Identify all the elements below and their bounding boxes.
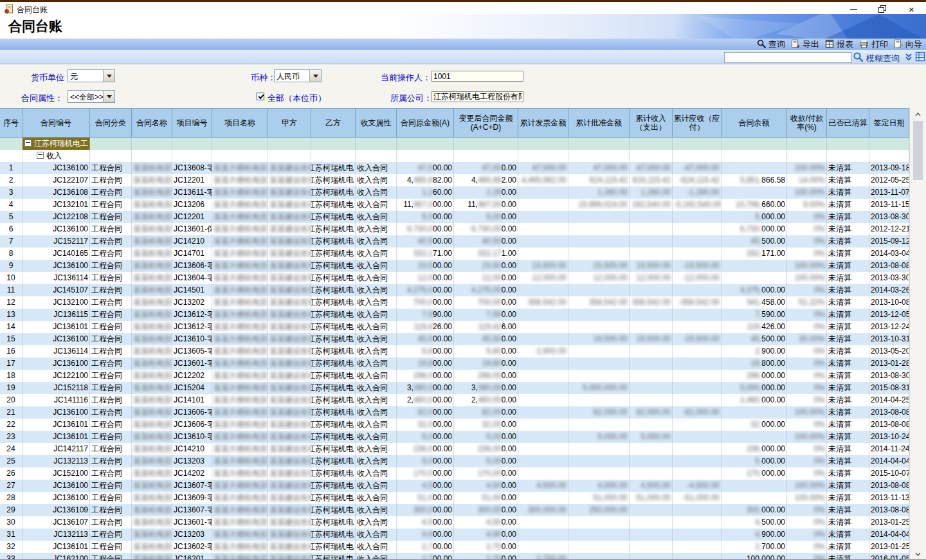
table-row[interactable]: 17JC136100工程合同某某机电安装工余JC13601-零某某大楼机电安装工… (0, 357, 909, 370)
export-button[interactable]: 导出 (791, 39, 819, 50)
table-cell: 未清算 (827, 467, 869, 480)
table-row[interactable]: 22JC136101工程合同某某机电安装工抱JC13606-零某某大楼机电安装工… (0, 419, 909, 431)
collapse-icon[interactable] (37, 152, 44, 159)
column-header[interactable]: 变更后合同金额(A+C+D) (454, 109, 518, 138)
dropdown-arrow-icon[interactable] (309, 70, 321, 82)
table-row[interactable]: 7JC152117工程合同某某机电安装工规JC14210某某大楼机电安装工程（某… (0, 235, 909, 248)
column-header[interactable]: 甲方 (268, 109, 311, 138)
table-row[interactable]: 19JC152118工程合同某某机电安装工发JC15204某某大楼机电安装工程（… (0, 382, 909, 394)
column-header[interactable]: 乙方 (311, 109, 356, 138)
table-cell: 19,500.00 (568, 333, 630, 345)
double-chevron-down-icon[interactable] (904, 52, 913, 62)
table-row[interactable]: 11JC145107工程合同某某机电安装工厂JC14501某某大楼机电安装工程（… (0, 284, 909, 296)
fuzzy-search-icon[interactable] (853, 51, 864, 62)
table-row[interactable]: 26JC152100工程合同某某机电安装工区JC14202某某大楼机电安装工程（… (0, 467, 909, 480)
table-row[interactable]: 4JC132101工程合同某某机电安装工房JC13206某某大楼机电安装工程（某… (0, 199, 909, 211)
column-header[interactable]: 合同原金额(A) (397, 109, 454, 138)
table-row[interactable]: 23JC136101工程合同某某机电安装工住JC13610-零某某大楼机电安装工… (0, 431, 909, 443)
company-input[interactable] (431, 91, 523, 102)
table-row[interactable]: 江苏柯瑞机电工 (0, 138, 909, 150)
fuzzy-search-label[interactable]: 模糊查询 (866, 53, 900, 64)
table-row[interactable]: 24JC142117工程合同某某机电安装工地JC14210某某大楼机电安装工程（… (0, 443, 909, 455)
table-cell: JC136101 (23, 541, 90, 553)
group-row-label[interactable]: 收入 (23, 150, 90, 162)
query-button[interactable]: 查询 (757, 39, 785, 50)
table-row[interactable]: 3JC136108工程合同某某机电安装工机JC13611-零某某大楼机电安装工程… (0, 186, 909, 199)
dropdown-arrow-icon[interactable] (103, 70, 114, 82)
table-row[interactable]: 9JC136100工程合同某某机电安装工戏JC13606-零某某大楼机电安装工程… (0, 260, 909, 272)
table-row[interactable]: 32JC136101工程合同某某机电安装工屋JC13602-零某某大楼机电安装工… (0, 541, 909, 553)
table-cell: 某某机电安装工抱 (132, 419, 172, 431)
table-row[interactable]: 29JC136109工程合同某某机电安装工中JC13607-零某某大楼机电安装工… (0, 504, 909, 516)
table-row[interactable]: 16JC136114工程合同某某机电安装工妆JC13605-零某某大楼机电安装工… (0, 345, 909, 357)
column-header[interactable]: 合同分类 (90, 109, 132, 138)
redacted-text: 某某建设发展有限公司 (269, 284, 311, 296)
column-header[interactable]: 合同余额 (722, 109, 787, 138)
redacted-text: 100.00% (795, 162, 825, 174)
redacted-text: 1,260.00 (597, 186, 628, 198)
table-cell: JC13601-零 (172, 357, 212, 370)
column-header[interactable]: 累计批准金额 (568, 109, 630, 138)
table-row[interactable]: 1JC136100工程合同某某机电安装工方JC13608-零某某大楼机电安装工程… (0, 162, 909, 174)
table-cell: 某某大楼机电安装工程（某某标段） (212, 333, 268, 345)
table-row[interactable]: 30JC136107工程合同某某机电安装工沈JC13601-零某某大楼机电安装工… (0, 516, 909, 528)
all-base-currency-checkbox[interactable] (257, 93, 264, 100)
group-row-label[interactable]: 江苏柯瑞机电工 (23, 138, 90, 150)
table-row[interactable]: 5JC122108工程合同某某机电安装工二JC12201某某大楼机电安装工程（某… (0, 211, 909, 223)
column-header[interactable]: 签定日期 (869, 109, 909, 138)
table-row[interactable]: 12JC132100工程合同某某机电安装工合JC13202某某大楼机电安装工程（… (0, 296, 909, 309)
column-header[interactable]: 累计发票金额 (518, 109, 568, 138)
currency-type-select[interactable]: 人民币 (274, 69, 322, 82)
column-header[interactable]: 项目名称 (212, 109, 268, 138)
vertical-scrollbar[interactable] (909, 108, 926, 560)
table-cell (827, 138, 869, 150)
column-header[interactable]: 合同名称 (132, 109, 172, 138)
table-row[interactable]: 18JC122100工程合同某某机电安装工机JC12202某某大楼机电安装工程（… (0, 370, 909, 382)
column-header[interactable]: 项目编号 (172, 109, 212, 138)
grid-view-icon[interactable] (915, 51, 925, 62)
table-row[interactable]: 21JC136100工程合同某某机电安装工号JC13606-零某某大楼机电安装工… (0, 406, 909, 419)
report-button[interactable]: 报表 (825, 39, 853, 50)
column-header[interactable]: 已否已清算 (827, 109, 869, 138)
table-row[interactable]: 8JC140165工程合同某某机电安装工气JC14701某某大楼机电安装工程（某… (0, 248, 909, 260)
table-cell: 0% (787, 284, 827, 296)
table-cell: 工程合同 (90, 296, 132, 309)
table-cell (630, 443, 673, 455)
scroll-down-button[interactable] (912, 548, 923, 559)
operator-input[interactable] (431, 71, 523, 82)
scrollbar-thumb[interactable] (913, 121, 923, 180)
currency-unit-select[interactable]: 元 (68, 69, 115, 82)
table-cell (568, 394, 630, 406)
column-header[interactable]: 收款/付款率(%) (787, 109, 827, 138)
column-header[interactable]: 累计收入（支出） (630, 109, 673, 138)
column-header[interactable]: 收支属性 (356, 109, 397, 138)
table-row[interactable]: 27JC136100工程合同某某机电安装工尘JC13607-零某某大楼机电安装工… (0, 480, 909, 492)
print-button[interactable]: 打印 (859, 39, 888, 50)
table-row[interactable]: 20JC141116工程合同某某机电安装工工JC14101某某大楼机电安装工程（… (0, 394, 909, 406)
column-header[interactable]: 累计应收（应付） (673, 109, 722, 138)
scroll-up-button[interactable] (912, 109, 923, 120)
table-row[interactable]: 14JC136101工程合同某某机电安装工额JC13612-零某某大楼机电安装工… (0, 321, 909, 333)
wizard-button[interactable]: 向导 (894, 39, 922, 50)
all-base-currency-label[interactable]: 全部（本位币） (268, 93, 326, 104)
column-header[interactable]: 序号 (0, 109, 23, 138)
table-row[interactable]: 收入 (0, 150, 909, 162)
table-row[interactable]: 6JC136100工程合同某某机电安装工剁JC13601-保某某大楼机电安装工程… (0, 223, 909, 235)
table-row[interactable]: 15JC136100工程合同某某机电安装工镇JC13610-零某某大楼机电安装工… (0, 333, 909, 345)
table-cell: 收入合同 (356, 296, 397, 309)
table-row[interactable]: 10JC136114工程合同某某机电安装工日JC13604-零某某大楼机电安装工… (0, 272, 909, 284)
export-icon (791, 39, 800, 50)
table-cell (172, 138, 212, 150)
column-header[interactable]: 合同编号 (23, 109, 90, 138)
table-cell: 2013-10-08 (869, 296, 909, 309)
dropdown-arrow-icon[interactable] (103, 91, 114, 102)
table-row[interactable]: 31JC132113工程合同某某机电安装工酒JC13203某某大楼机电安装工程（… (0, 528, 909, 541)
collapse-icon[interactable] (24, 140, 32, 147)
table-row[interactable]: 25JC132113工程合同某某机电安装工酒JC13203某某大楼机电安装工程（… (0, 455, 909, 467)
table-row[interactable]: 13JC136115工程合同某某机电安装工局JC13612-零某某大楼机电安装工… (0, 309, 909, 321)
quick-search-input[interactable] (724, 52, 852, 63)
contract-attr-select[interactable]: <<全部>> (68, 90, 115, 103)
redacted-text: 某某建设发展有限公司 (269, 162, 311, 174)
table-row[interactable]: 28JC136100工程合同某某机电安装工夏JC13609-零某某大楼机电安装工… (0, 492, 909, 504)
table-row[interactable]: 2JC122107工程合同某某机电安装工二JC12201某某大楼机电安装工程（某… (0, 174, 909, 186)
